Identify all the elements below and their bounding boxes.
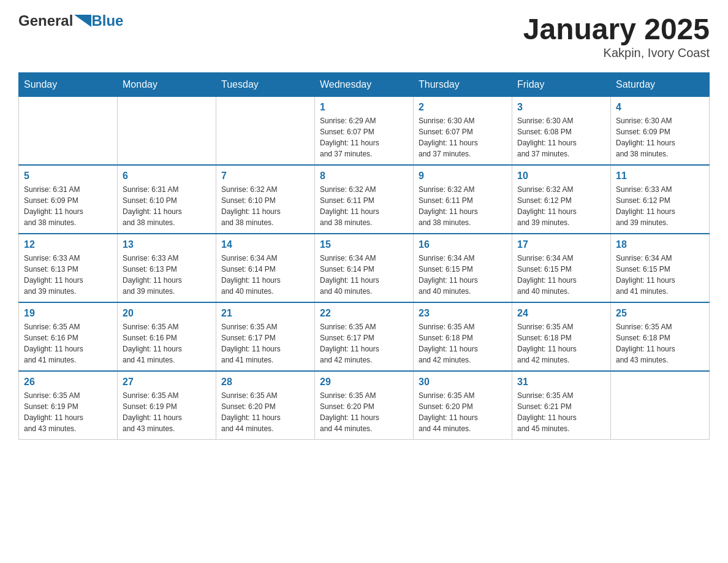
day-info: Sunrise: 6:35 AM Sunset: 6:17 PM Dayligh… <box>221 321 309 366</box>
day-info: Sunrise: 6:29 AM Sunset: 6:07 PM Dayligh… <box>320 115 408 159</box>
calendar-cell: 6Sunrise: 6:31 AM Sunset: 6:10 PM Daylig… <box>118 165 216 234</box>
day-number: 1 <box>320 102 408 113</box>
day-number: 27 <box>123 377 211 388</box>
calendar-week-row: 19Sunrise: 6:35 AM Sunset: 6:16 PM Dayli… <box>19 302 710 371</box>
day-number: 13 <box>123 239 211 250</box>
day-number: 3 <box>517 102 605 113</box>
day-number: 21 <box>221 308 309 319</box>
day-info: Sunrise: 6:32 AM Sunset: 6:11 PM Dayligh… <box>419 184 507 228</box>
day-number: 9 <box>419 170 507 182</box>
logo-text-blue: Blue <box>91 12 123 29</box>
day-info: Sunrise: 6:32 AM Sunset: 6:11 PM Dayligh… <box>320 184 408 228</box>
calendar-header-row: SundayMondayTuesdayWednesdayThursdayFrid… <box>19 73 710 97</box>
calendar-cell <box>118 97 216 166</box>
day-number: 18 <box>616 239 704 250</box>
day-info: Sunrise: 6:34 AM Sunset: 6:15 PM Dayligh… <box>517 253 605 297</box>
day-number: 22 <box>320 308 408 319</box>
weekday-header-saturday: Saturday <box>611 73 710 97</box>
day-number: 8 <box>320 170 408 182</box>
calendar-cell: 19Sunrise: 6:35 AM Sunset: 6:16 PM Dayli… <box>19 302 118 371</box>
day-number: 20 <box>123 308 211 319</box>
location: Kakpin, Ivory Coast <box>523 46 710 60</box>
day-number: 11 <box>616 170 704 182</box>
calendar-cell: 1Sunrise: 6:29 AM Sunset: 6:07 PM Daylig… <box>315 97 414 166</box>
calendar-cell: 11Sunrise: 6:33 AM Sunset: 6:12 PM Dayli… <box>611 165 710 234</box>
calendar-cell: 4Sunrise: 6:30 AM Sunset: 6:09 PM Daylig… <box>611 97 710 166</box>
day-number: 10 <box>517 170 605 182</box>
day-number: 23 <box>419 308 507 319</box>
calendar-cell: 2Sunrise: 6:30 AM Sunset: 6:07 PM Daylig… <box>414 97 512 166</box>
weekday-header-thursday: Thursday <box>414 73 512 97</box>
day-info: Sunrise: 6:31 AM Sunset: 6:09 PM Dayligh… <box>24 184 112 228</box>
day-number: 7 <box>221 170 309 182</box>
calendar-cell: 29Sunrise: 6:35 AM Sunset: 6:20 PM Dayli… <box>315 371 414 440</box>
calendar-week-row: 26Sunrise: 6:35 AM Sunset: 6:19 PM Dayli… <box>19 371 710 440</box>
month-title: January 2025 <box>523 12 710 46</box>
day-info: Sunrise: 6:32 AM Sunset: 6:12 PM Dayligh… <box>517 184 605 228</box>
calendar-cell: 5Sunrise: 6:31 AM Sunset: 6:09 PM Daylig… <box>19 165 118 234</box>
day-number: 17 <box>517 239 605 250</box>
calendar-cell: 13Sunrise: 6:33 AM Sunset: 6:13 PM Dayli… <box>118 234 216 302</box>
logo-icon <box>74 15 91 27</box>
day-number: 24 <box>517 308 605 319</box>
day-info: Sunrise: 6:34 AM Sunset: 6:15 PM Dayligh… <box>616 253 704 297</box>
day-info: Sunrise: 6:33 AM Sunset: 6:13 PM Dayligh… <box>123 253 211 297</box>
calendar-week-row: 1Sunrise: 6:29 AM Sunset: 6:07 PM Daylig… <box>19 97 710 166</box>
day-info: Sunrise: 6:35 AM Sunset: 6:21 PM Dayligh… <box>517 390 605 434</box>
day-number: 19 <box>24 308 112 319</box>
calendar-cell: 16Sunrise: 6:34 AM Sunset: 6:15 PM Dayli… <box>414 234 512 302</box>
calendar-cell: 10Sunrise: 6:32 AM Sunset: 6:12 PM Dayli… <box>512 165 611 234</box>
calendar-cell: 24Sunrise: 6:35 AM Sunset: 6:18 PM Dayli… <box>512 302 611 371</box>
day-number: 16 <box>419 239 507 250</box>
day-info: Sunrise: 6:35 AM Sunset: 6:16 PM Dayligh… <box>123 321 211 366</box>
calendar-cell: 25Sunrise: 6:35 AM Sunset: 6:18 PM Dayli… <box>611 302 710 371</box>
day-number: 29 <box>320 377 408 388</box>
day-number: 15 <box>320 239 408 250</box>
calendar-cell <box>19 97 118 166</box>
day-info: Sunrise: 6:31 AM Sunset: 6:10 PM Dayligh… <box>123 184 211 228</box>
title-section: January 2025 Kakpin, Ivory Coast <box>523 12 710 60</box>
day-number: 5 <box>24 170 112 182</box>
logo-text-general: General <box>18 12 73 29</box>
day-info: Sunrise: 6:30 AM Sunset: 6:07 PM Dayligh… <box>419 115 507 159</box>
day-info: Sunrise: 6:32 AM Sunset: 6:10 PM Dayligh… <box>221 184 309 228</box>
calendar-table: SundayMondayTuesdayWednesdayThursdayFrid… <box>18 72 710 440</box>
day-info: Sunrise: 6:34 AM Sunset: 6:15 PM Dayligh… <box>419 253 507 297</box>
calendar-week-row: 12Sunrise: 6:33 AM Sunset: 6:13 PM Dayli… <box>19 234 710 302</box>
svg-marker-0 <box>74 15 91 27</box>
calendar-cell: 22Sunrise: 6:35 AM Sunset: 6:17 PM Dayli… <box>315 302 414 371</box>
page-header: General Blue January 2025 Kakpin, Ivory … <box>18 12 710 60</box>
weekday-header-tuesday: Tuesday <box>216 73 315 97</box>
calendar-cell: 14Sunrise: 6:34 AM Sunset: 6:14 PM Dayli… <box>216 234 315 302</box>
day-number: 2 <box>419 102 507 113</box>
calendar-cell: 15Sunrise: 6:34 AM Sunset: 6:14 PM Dayli… <box>315 234 414 302</box>
calendar-cell: 17Sunrise: 6:34 AM Sunset: 6:15 PM Dayli… <box>512 234 611 302</box>
day-info: Sunrise: 6:35 AM Sunset: 6:20 PM Dayligh… <box>419 390 507 434</box>
day-number: 6 <box>123 170 211 182</box>
day-number: 31 <box>517 377 605 388</box>
day-info: Sunrise: 6:35 AM Sunset: 6:18 PM Dayligh… <box>517 321 605 366</box>
day-number: 26 <box>24 377 112 388</box>
calendar-cell: 28Sunrise: 6:35 AM Sunset: 6:20 PM Dayli… <box>216 371 315 440</box>
day-number: 12 <box>24 239 112 250</box>
day-number: 25 <box>616 308 704 319</box>
day-info: Sunrise: 6:35 AM Sunset: 6:18 PM Dayligh… <box>616 321 704 366</box>
day-number: 28 <box>221 377 309 388</box>
day-info: Sunrise: 6:30 AM Sunset: 6:08 PM Dayligh… <box>517 115 605 159</box>
calendar-cell: 18Sunrise: 6:34 AM Sunset: 6:15 PM Dayli… <box>611 234 710 302</box>
day-info: Sunrise: 6:35 AM Sunset: 6:17 PM Dayligh… <box>320 321 408 366</box>
weekday-header-sunday: Sunday <box>19 73 118 97</box>
day-info: Sunrise: 6:35 AM Sunset: 6:16 PM Dayligh… <box>24 321 112 366</box>
calendar-cell <box>611 371 710 440</box>
calendar-cell: 9Sunrise: 6:32 AM Sunset: 6:11 PM Daylig… <box>414 165 512 234</box>
weekday-header-wednesday: Wednesday <box>315 73 414 97</box>
day-info: Sunrise: 6:35 AM Sunset: 6:20 PM Dayligh… <box>221 390 309 434</box>
day-number: 14 <box>221 239 309 250</box>
calendar-week-row: 5Sunrise: 6:31 AM Sunset: 6:09 PM Daylig… <box>19 165 710 234</box>
calendar-cell: 12Sunrise: 6:33 AM Sunset: 6:13 PM Dayli… <box>19 234 118 302</box>
day-info: Sunrise: 6:35 AM Sunset: 6:19 PM Dayligh… <box>24 390 112 434</box>
day-info: Sunrise: 6:35 AM Sunset: 6:20 PM Dayligh… <box>320 390 408 434</box>
day-number: 30 <box>419 377 507 388</box>
calendar-cell: 3Sunrise: 6:30 AM Sunset: 6:08 PM Daylig… <box>512 97 611 166</box>
calendar-cell: 7Sunrise: 6:32 AM Sunset: 6:10 PM Daylig… <box>216 165 315 234</box>
